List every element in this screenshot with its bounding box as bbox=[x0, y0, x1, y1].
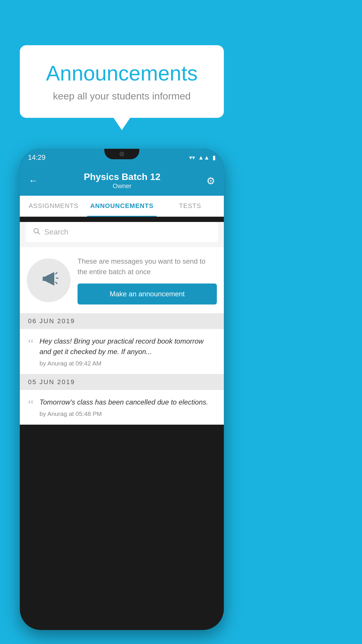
search-bar[interactable]: Search bbox=[26, 222, 218, 242]
message-item-1: “ Hey class! Bring your practical record… bbox=[20, 329, 224, 374]
status-bar: 14:29 ▾▾ ▲▲ ▮ bbox=[20, 149, 224, 166]
status-icons: ▾▾ ▲▲ ▮ bbox=[189, 154, 216, 161]
announcement-icon bbox=[38, 267, 60, 294]
svg-line-4 bbox=[55, 282, 57, 284]
signal-icon: ▲▲ bbox=[198, 154, 210, 161]
tab-tests[interactable]: TESTS bbox=[157, 196, 224, 216]
wifi-icon: ▾▾ bbox=[189, 154, 195, 161]
tab-assignments[interactable]: ASSIGNMENTS bbox=[20, 196, 87, 216]
message-content-2: Tomorrow's class has been cancelled due … bbox=[40, 397, 216, 417]
tab-announcements[interactable]: ANNOUNCEMENTS bbox=[87, 196, 156, 216]
header-center: Physics Batch 12 Owner bbox=[84, 172, 160, 190]
bubble-subtitle: keep all your students informed bbox=[37, 90, 206, 102]
battery-icon: ▮ bbox=[212, 154, 216, 161]
gear-icon[interactable]: ⚙ bbox=[206, 175, 215, 187]
notch bbox=[104, 149, 139, 159]
speech-bubble-wrapper: Announcements keep all your students inf… bbox=[20, 45, 224, 118]
phone-frame: 14:29 ▾▾ ▲▲ ▮ ← Physics Batch 12 Owner ⚙… bbox=[20, 149, 224, 630]
notch-camera bbox=[120, 152, 124, 156]
speech-bubble: Announcements keep all your students inf… bbox=[20, 45, 224, 118]
phone-content: Search These are messages you want to se… bbox=[20, 222, 224, 425]
date-separator-1: 06 JUN 2019 bbox=[20, 313, 224, 329]
promo-description: These are messages you want to send to t… bbox=[78, 256, 217, 277]
promo-right: These are messages you want to send to t… bbox=[78, 256, 217, 304]
svg-line-1 bbox=[38, 232, 40, 234]
message-author-1: by Anurag at 09:42 AM bbox=[40, 360, 216, 367]
search-icon bbox=[33, 227, 40, 237]
date-separator-2: 05 JUN 2019 bbox=[20, 374, 224, 390]
status-time: 14:29 bbox=[28, 153, 45, 162]
app-header: ← Physics Batch 12 Owner ⚙ bbox=[20, 166, 224, 196]
svg-line-2 bbox=[55, 272, 57, 274]
announcement-promo: These are messages you want to send to t… bbox=[20, 247, 224, 313]
header-title: Physics Batch 12 bbox=[84, 172, 160, 182]
bubble-title: Announcements bbox=[37, 61, 206, 85]
message-item-2: “ Tomorrow's class has been cancelled du… bbox=[20, 390, 224, 425]
promo-icon-circle bbox=[27, 258, 71, 302]
quote-icon-2: “ bbox=[28, 398, 34, 411]
message-author-2: by Anurag at 05:48 PM bbox=[40, 410, 216, 417]
message-text-2: Tomorrow's class has been cancelled due … bbox=[40, 397, 216, 407]
search-placeholder: Search bbox=[44, 228, 68, 237]
header-subtitle: Owner bbox=[84, 182, 160, 190]
make-announcement-button[interactable]: Make an announcement bbox=[78, 284, 217, 304]
back-button[interactable]: ← bbox=[29, 175, 38, 186]
message-content-1: Hey class! Bring your practical record b… bbox=[40, 336, 216, 367]
tabs-container: ASSIGNMENTS ANNOUNCEMENTS TESTS bbox=[20, 196, 224, 217]
message-text-1: Hey class! Bring your practical record b… bbox=[40, 336, 216, 357]
quote-icon-1: “ bbox=[28, 337, 34, 350]
